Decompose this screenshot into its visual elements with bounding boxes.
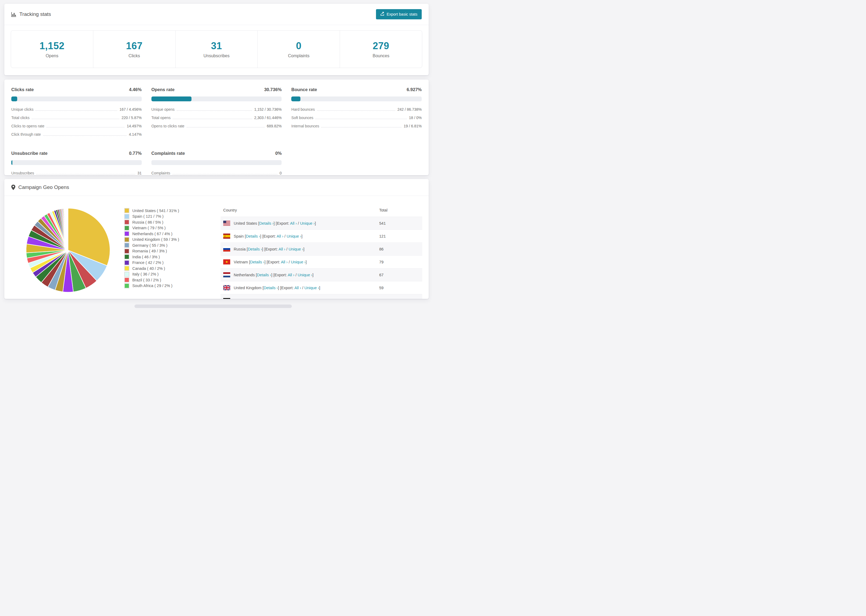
- export-unique-link[interactable]: Unique ›: [298, 273, 313, 277]
- rate-row-label: Hard bounces: [291, 107, 315, 112]
- legend-label: Canada ( 40 / 2% ): [132, 266, 165, 271]
- stat-label: Opens: [46, 53, 58, 58]
- rate-row-value: 2,303 / 61.446%: [254, 116, 282, 120]
- geo-opens-pie-chart: [25, 207, 111, 294]
- export-all-link[interactable]: All ›: [279, 247, 285, 251]
- rate-value: 30.736%: [264, 87, 282, 92]
- flag-vn-icon: [223, 259, 230, 264]
- clicks-rate-progressbar: [11, 96, 142, 101]
- rate-row-label: Total opens: [151, 116, 171, 120]
- export-all-link[interactable]: All ›: [277, 234, 283, 238]
- export-all-link[interactable]: All ›: [283, 299, 290, 299]
- legend-item: Spain ( 121 / 7% ): [124, 214, 179, 220]
- legend-swatch: [124, 248, 129, 254]
- complaints-rate-progressbar: [151, 160, 282, 165]
- stat-value: 167: [126, 40, 143, 52]
- rate-row: Unique clicks167 / 4.456%: [11, 107, 142, 112]
- export-all-link[interactable]: All ›: [281, 260, 288, 264]
- dotted-leader: [47, 127, 124, 127]
- legend-swatch: [124, 266, 129, 271]
- rate-row: Total clicks220 / 5.87%: [11, 116, 142, 120]
- total-cell: 59: [376, 281, 422, 294]
- details-link[interactable]: Details ›: [264, 286, 278, 290]
- bounce-rate-progressbar: [291, 96, 422, 101]
- rate-row: Click through rate4.147%: [11, 132, 142, 137]
- legend-swatch: [124, 254, 129, 259]
- geo-table-row: Netherlands [Details ›] [Export: All › /…: [220, 269, 422, 281]
- legend-item: Canada ( 40 / 2% ): [124, 266, 179, 272]
- legend-item: India ( 46 / 3% ): [124, 254, 179, 260]
- export-unique-link[interactable]: Unique ›: [291, 260, 306, 264]
- legend-label: Netherlands ( 67 / 4% ): [132, 232, 172, 236]
- rate-title: Complaints rate: [151, 151, 185, 156]
- rate-row-label: Complaints: [151, 171, 170, 175]
- dashboard-page: Tracking stats Export basic stats 1,152 …: [0, 0, 433, 308]
- rate-row-value: 220 / 5.87%: [121, 116, 142, 120]
- rate-header: Unsubscribe rate 0.77%: [11, 151, 142, 156]
- rate-row: Soft bounces18 / 0%: [291, 116, 422, 120]
- legend-item: Brazil ( 33 / 2% ): [124, 277, 179, 283]
- details-link[interactable]: Details ›: [250, 260, 265, 264]
- stat-box-clicks: 167 Clicks: [93, 31, 175, 68]
- export-all-link[interactable]: All ›: [294, 286, 301, 290]
- rate-row-value: 14.497%: [127, 124, 142, 128]
- export-unique-link[interactable]: Unique ›: [293, 299, 307, 299]
- rate-value: 4.46%: [129, 87, 142, 92]
- rate-title: Unsubscribe rate: [11, 151, 47, 156]
- progress-fill: [11, 160, 13, 165]
- country-name: Germany [Details ›] [Export: All › / Uni…: [234, 299, 309, 299]
- column-header-total: Total: [376, 204, 422, 217]
- rate-value: 6.927%: [407, 87, 422, 92]
- stat-value: 1,152: [39, 40, 65, 52]
- flag-gb-icon: [223, 285, 230, 290]
- rate-header: Clicks rate 4.46%: [11, 87, 142, 92]
- stat-label: Bounces: [373, 53, 389, 58]
- legend-label: United States ( 541 / 31% ): [132, 209, 179, 213]
- export-unique-link[interactable]: Unique ›: [304, 286, 319, 290]
- stat-value: 31: [211, 40, 222, 52]
- rate-row-label: Click through rate: [11, 132, 41, 137]
- rates-grid: Clicks rate 4.46% Unique clicks167 / 4.4…: [4, 80, 429, 186]
- legend-swatch: [124, 260, 129, 265]
- legend-item: Vietnam ( 79 / 5% ): [124, 225, 179, 231]
- details-link[interactable]: Details ›: [259, 221, 274, 225]
- legend-item: South Africa ( 29 / 2% ): [124, 283, 179, 289]
- legend-item: Russia ( 86 / 5% ): [124, 219, 179, 225]
- rate-row-label: Clicks to opens rate: [11, 124, 44, 128]
- progress-fill: [11, 96, 17, 101]
- total-cell: 121: [376, 230, 422, 243]
- details-link[interactable]: Details ›: [257, 273, 271, 277]
- rate-row-label: Unsubscribes: [11, 171, 34, 175]
- rate-row-value: 31: [137, 171, 142, 175]
- details-link[interactable]: Details ›: [246, 234, 260, 238]
- export-all-link[interactable]: All ›: [290, 221, 297, 225]
- legend-item: Netherlands ( 67 / 4% ): [124, 231, 179, 237]
- total-cell: 86: [376, 243, 422, 256]
- stat-box-opens: 1,152 Opens: [11, 31, 93, 68]
- export-all-link[interactable]: All ›: [288, 273, 294, 277]
- geo-table-row: Vietnam [Details ›] [Export: All › / Uni…: [220, 256, 422, 269]
- export-unique-link[interactable]: Unique ›: [288, 247, 303, 251]
- legend-swatch: [124, 277, 129, 283]
- rate-header: Opens rate 30.736%: [151, 87, 282, 92]
- dotted-leader: [187, 127, 265, 127]
- legend-label: South Africa ( 29 / 2% ): [132, 284, 172, 288]
- export-basic-stats-button[interactable]: Export basic stats: [376, 9, 422, 19]
- legend-label: Germany ( 55 / 3% ): [132, 243, 168, 248]
- stat-box-unsubscribes: 31 Unsubscribes: [175, 31, 258, 68]
- legend-label: France ( 42 / 2% ): [132, 261, 164, 265]
- dotted-leader: [36, 174, 135, 174]
- rate-row: Complaints0: [151, 171, 282, 175]
- bar-chart-icon: [11, 12, 16, 17]
- export-unique-link[interactable]: Unique ›: [300, 221, 315, 225]
- opens-rate-block: Opens rate 30.736% Unique opens1,152 / 3…: [151, 87, 282, 141]
- rate-row-value: 1,152 / 30.736%: [254, 107, 282, 112]
- legend-swatch: [124, 237, 129, 242]
- export-unique-link[interactable]: Unique ›: [287, 234, 301, 238]
- details-link[interactable]: Details ›: [248, 247, 262, 251]
- horizontal-scrollbar-thumb[interactable]: [134, 305, 292, 308]
- dotted-leader: [173, 119, 252, 119]
- details-link[interactable]: Details ›: [252, 299, 266, 299]
- rate-title: Clicks rate: [11, 87, 34, 92]
- opens-rate-progressbar: [151, 96, 282, 101]
